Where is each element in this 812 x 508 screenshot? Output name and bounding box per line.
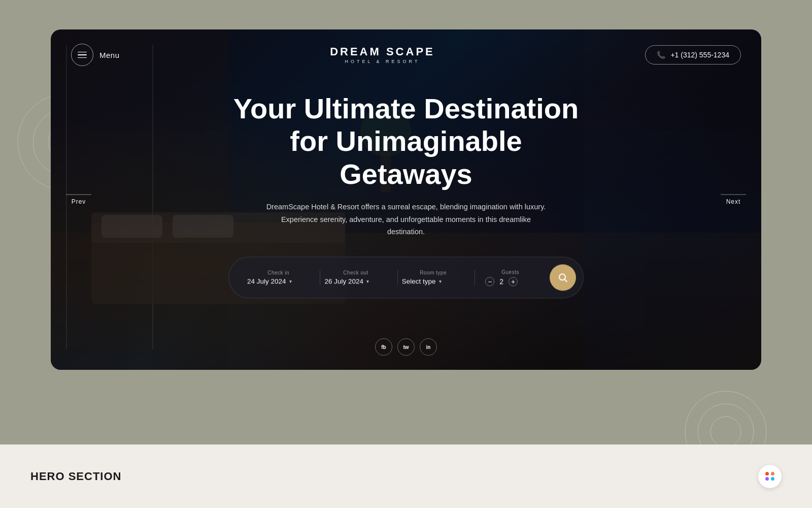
section-label: HERO SECTION [30,470,121,483]
room-value-row: Select type ▾ [402,277,464,285]
checkout-field[interactable]: Check out 26 July 2024 ▾ [320,270,397,285]
twitter-icon[interactable]: tw [397,338,415,356]
brand-name: DREAM SCAPE [330,46,435,57]
search-icon [558,272,568,282]
page-wrapper: Menu DREAM SCAPE HOTEL & RESORT 📞 +1 (31… [0,0,812,508]
hero-nav: Menu DREAM SCAPE HOTEL & RESORT 📞 +1 (31… [51,29,761,80]
guests-increment-button[interactable]: + [509,277,518,286]
bottom-section: HERO SECTION [0,444,812,508]
checkout-value-row: 26 July 2024 ▾ [324,277,387,285]
guests-label: Guests [485,269,535,275]
phone-button[interactable]: 📞 +1 (312) 555-1234 [645,45,741,65]
figma-dot-1 [765,472,769,475]
prev-line [66,195,91,195]
figma-dot-2 [771,472,774,475]
guests-field: Guests − 2 + [475,269,546,286]
brand: DREAM SCAPE HOTEL & RESORT [330,46,435,64]
social-icons: fb tw in [375,338,437,356]
guests-count: 2 [499,277,503,285]
facebook-icon[interactable]: fb [375,338,392,356]
guests-decrement-button[interactable]: − [485,277,494,286]
menu-icon [71,44,93,66]
next-button[interactable]: Next [721,195,746,205]
room-type-field[interactable]: Room type Select type ▾ [398,270,475,285]
hero-title: Your Ultimate Destination for Unimaginab… [228,92,584,190]
checkin-field[interactable]: Check in 24 July 2024 ▾ [243,270,320,285]
figma-button[interactable] [758,465,782,488]
svg-line-18 [565,279,567,282]
next-label: Next [726,198,741,205]
guests-control: − 2 + [485,277,535,286]
menu-button[interactable]: Menu [71,44,120,66]
prev-button[interactable]: Prev [66,195,91,205]
svg-point-2 [710,417,741,447]
phone-number: +1 (312) 555-1234 [670,51,729,59]
checkout-label: Check out [324,270,387,275]
checkin-value: 24 July 2024 [247,277,286,285]
figma-dot-4 [771,477,774,481]
linkedin-icon[interactable]: in [420,338,437,356]
brand-subtitle: HOTEL & RESORT [330,59,435,64]
hero-section: Menu DREAM SCAPE HOTEL & RESORT 📞 +1 (31… [51,29,761,370]
hero-description: DreamScape Hotel & Resort offers a surre… [264,201,548,239]
checkout-chevron: ▾ [366,278,369,284]
next-line [721,195,746,195]
checkin-value-row: 24 July 2024 ▾ [247,277,310,285]
prev-label: Prev [72,198,86,205]
booking-bar: Check in 24 July 2024 ▾ Check out 26 Jul… [228,257,584,298]
checkin-label: Check in [247,270,310,275]
checkin-chevron: ▾ [289,278,292,284]
svg-rect-14 [173,215,233,238]
checkout-value: 26 July 2024 [324,277,363,285]
hero-content: Your Ultimate Destination for Unimaginab… [228,92,584,298]
figma-dot-3 [765,477,769,481]
menu-label: Menu [99,51,120,59]
room-label: Room type [402,270,464,275]
room-value: Select type [402,277,436,285]
phone-icon: 📞 [657,51,665,59]
svg-rect-13 [101,215,162,238]
search-button[interactable] [550,264,576,291]
room-chevron: ▾ [439,278,442,284]
figma-icon [765,472,774,481]
